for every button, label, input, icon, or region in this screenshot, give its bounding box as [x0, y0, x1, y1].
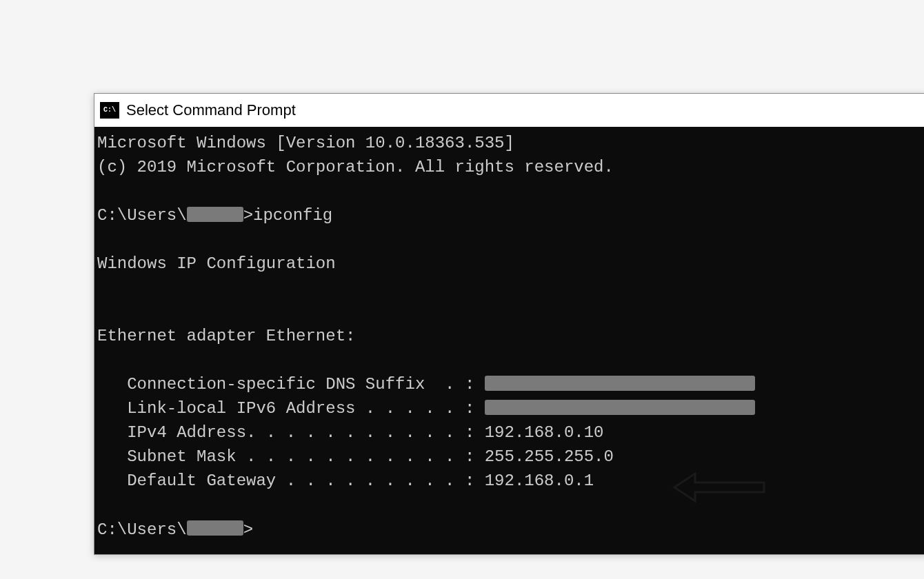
redacted-ipv6-address: [485, 400, 755, 415]
blank-line: [97, 493, 924, 517]
redacted-username: [187, 520, 243, 536]
dns-suffix-row: Connection-specific DNS Suffix . :: [97, 372, 924, 396]
ipv4-row: IPv4 Address. . . . . . . . . . . : 192.…: [97, 420, 924, 445]
ipconfig-heading: Windows IP Configuration: [97, 252, 924, 276]
blank-line: [97, 179, 924, 203]
terminal-output[interactable]: Microsoft Windows [Version 10.0.18363.53…: [94, 127, 924, 554]
prompt-path-prefix: C:\Users\: [97, 520, 187, 539]
version-line: Microsoft Windows [Version 10.0.18363.53…: [97, 131, 924, 155]
subnet-row: Subnet Mask . . . . . . . . . . . : 255.…: [97, 445, 924, 469]
blank-line: [97, 227, 924, 252]
titlebar[interactable]: C:\ Select Command Prompt: [94, 94, 924, 127]
adapter-heading: Ethernet adapter Ethernet:: [97, 324, 924, 348]
command-prompt-window: C:\ Select Command Prompt Microsoft Wind…: [94, 93, 924, 555]
copyright-line: (c) 2019 Microsoft Corporation. All righ…: [97, 155, 924, 179]
prompt-line: C:\Users\>ipconfig: [97, 203, 924, 227]
redacted-dns-suffix: [485, 376, 755, 391]
prompt-command: >ipconfig: [243, 206, 333, 225]
cmd-icon: C:\: [100, 102, 119, 119]
redacted-username: [187, 207, 243, 222]
gateway-row: Default Gateway . . . . . . . . . : 192.…: [97, 469, 924, 493]
blank-line: [97, 348, 924, 372]
prompt-path-prefix: C:\Users\: [97, 206, 187, 225]
prompt-line-2: C:\Users\>: [97, 518, 924, 542]
prompt-caret: >: [243, 520, 253, 539]
window-title: Select Command Prompt: [126, 101, 296, 119]
blank-line: [97, 276, 924, 300]
ipv6-row: Link-local IPv6 Address . . . . . :: [97, 396, 924, 420]
blank-line: [97, 300, 924, 324]
